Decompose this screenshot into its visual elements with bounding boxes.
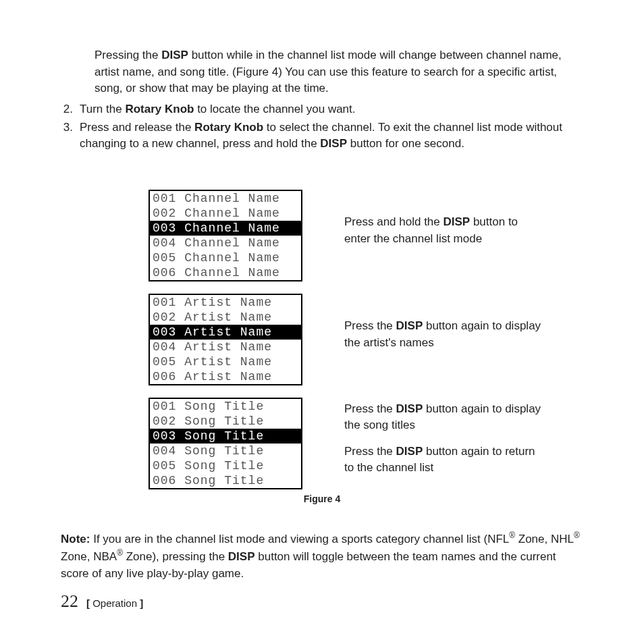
lcd-line: 002 Channel Name xyxy=(150,206,301,221)
lcd-line: 006 Channel Name xyxy=(150,265,301,280)
panel-artist: 001 Artist Name 002 Artist Name 003 Arti… xyxy=(61,294,583,385)
lcd-line: 005 Song Title xyxy=(150,458,301,473)
panel-channel: 001 Channel Name 002 Channel Name 003 Ch… xyxy=(61,190,583,281)
lcd-channel-list: 001 Channel Name 002 Channel Name 003 Ch… xyxy=(149,190,302,281)
lcd-line: 001 Artist Name xyxy=(150,295,301,310)
lcd-line: 006 Artist Name xyxy=(150,369,301,384)
lcd-line: 001 Channel Name xyxy=(150,191,301,206)
lcd-song-list: 001 Song Title 002 Song Title 003 Song T… xyxy=(149,398,302,489)
step-3: 3. Press and release the Rotary Knob to … xyxy=(61,119,583,153)
figure-4: 001 Channel Name 002 Channel Name 003 Ch… xyxy=(61,190,583,506)
note-paragraph: Note: If you are in the channel list mod… xyxy=(61,530,583,582)
panel-caption: Press the DISP button again to display t… xyxy=(344,401,547,487)
page-footer: 22 [ Operation ] xyxy=(61,589,143,614)
lcd-line-selected: 003 Artist Name xyxy=(150,325,301,340)
lcd-line-selected: 003 Song Title xyxy=(150,429,301,444)
lcd-line-selected: 003 Channel Name xyxy=(150,221,301,236)
step-list: 2. Turn the Rotary Knob to locate the ch… xyxy=(61,101,583,153)
lcd-line: 004 Song Title xyxy=(150,444,301,458)
lcd-line: 004 Channel Name xyxy=(150,236,301,250)
lcd-line: 005 Channel Name xyxy=(150,250,301,265)
step-2: 2. Turn the Rotary Knob to locate the ch… xyxy=(61,101,583,118)
step-number: 3. xyxy=(61,119,80,153)
lcd-line: 004 Artist Name xyxy=(150,340,301,354)
lcd-line: 005 Artist Name xyxy=(150,354,301,369)
lcd-line: 002 Artist Name xyxy=(150,310,301,325)
intro-paragraph: Pressing the DISP button while in the ch… xyxy=(95,47,583,97)
lcd-artist-list: 001 Artist Name 002 Artist Name 003 Arti… xyxy=(149,294,302,385)
lcd-line: 001 Song Title xyxy=(150,399,301,414)
lcd-line: 002 Song Title xyxy=(150,414,301,429)
figure-label: Figure 4 xyxy=(61,492,583,506)
lcd-line: 006 Song Title xyxy=(150,473,301,488)
panel-caption: Press and hold the DISP button to enter … xyxy=(344,214,547,257)
panel-caption: Press the DISP button again to display t… xyxy=(344,318,547,360)
panel-song: 001 Song Title 002 Song Title 003 Song T… xyxy=(61,398,583,489)
step-number: 2. xyxy=(61,101,80,118)
page-number: 22 xyxy=(61,589,78,614)
